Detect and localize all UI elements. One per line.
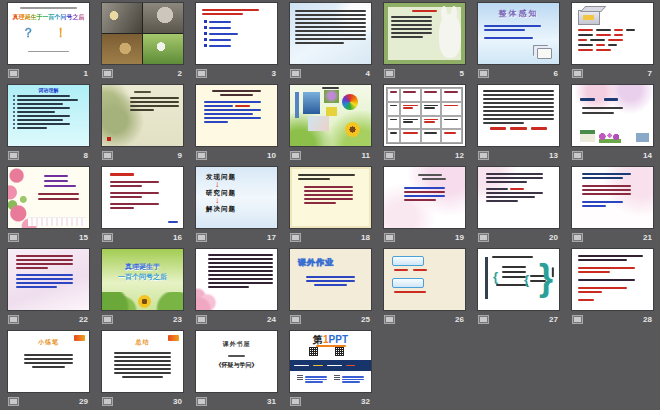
slide-thumbnail-30[interactable]: 总结 <box>102 331 183 392</box>
word-box-icon <box>578 10 600 25</box>
slide-thumbnail-32[interactable]: 第1PPT <box>290 331 371 392</box>
slide-thumbnail-31[interactable]: 课外书屋 《怀疑与学问》 <box>196 331 277 392</box>
slide-thumbnail-23[interactable]: 真理诞生于 一百个问号之后 <box>102 249 183 310</box>
transition-icon[interactable] <box>8 233 19 242</box>
slide-thumbnail-20[interactable] <box>478 167 559 228</box>
slide-thumbnail-17[interactable]: 发现问题 ↓ 研究问题 ↓ 解决问题 <box>196 167 277 228</box>
text-line <box>578 267 635 269</box>
slide-thumbnail-14[interactable] <box>572 85 653 146</box>
transition-icon[interactable] <box>478 315 489 324</box>
decor-shape <box>204 38 277 41</box>
slide-footer: 9 <box>102 146 183 163</box>
text-line <box>304 198 353 200</box>
transition-icon[interactable] <box>102 151 113 160</box>
transition-icon[interactable] <box>290 151 301 160</box>
text-line <box>590 39 605 41</box>
slide-number: 13 <box>549 151 558 161</box>
decor-shape <box>13 119 89 121</box>
slide-thumbnail-3[interactable] <box>196 3 277 64</box>
slide-thumbnail-6[interactable]: 整体感知 <box>478 3 559 64</box>
transition-icon[interactable] <box>102 69 113 78</box>
slide-thumbnail-16[interactable] <box>102 167 183 228</box>
text-line <box>391 32 432 34</box>
transition-icon[interactable] <box>196 69 207 78</box>
transition-icon[interactable] <box>196 233 207 242</box>
transition-icon[interactable] <box>384 69 395 78</box>
text-line <box>483 118 554 120</box>
slide-thumbnail-10[interactable] <box>196 85 277 146</box>
slide-thumbnail-2[interactable] <box>102 3 183 64</box>
transition-icon[interactable] <box>196 315 207 324</box>
decor-shape <box>421 116 442 130</box>
slide-thumbnail-4[interactable] <box>290 3 371 64</box>
slide-title: 真理诞生于一百个问号之后 <box>8 13 89 22</box>
transition-icon[interactable] <box>572 233 583 242</box>
decor-shape <box>580 98 653 101</box>
slide-thumbnail-29[interactable]: 小练笔 <box>8 331 89 392</box>
transition-icon[interactable] <box>478 151 489 160</box>
slide-thumbnail-25[interactable]: 课外作业 <box>290 249 371 310</box>
transition-icon[interactable] <box>384 233 395 242</box>
slide-thumbnail-18[interactable] <box>290 167 371 228</box>
slide-thumbnail-24[interactable] <box>196 249 277 310</box>
transition-icon[interactable] <box>572 151 583 160</box>
text-line <box>403 121 413 123</box>
transition-icon[interactable] <box>290 397 301 406</box>
transition-icon[interactable] <box>8 151 19 160</box>
text-line <box>314 284 346 286</box>
slide-thumbnail-22[interactable] <box>8 249 89 310</box>
transition-icon[interactable] <box>572 315 583 324</box>
transition-icon[interactable] <box>384 151 395 160</box>
text-line <box>403 105 418 107</box>
slide-thumbnail-21[interactable] <box>572 167 653 228</box>
transition-icon[interactable] <box>8 315 19 324</box>
transition-icon[interactable] <box>478 69 489 78</box>
text-line <box>130 109 154 111</box>
transition-icon[interactable] <box>196 151 207 160</box>
transition-icon[interactable] <box>8 69 19 78</box>
text-line <box>16 259 73 261</box>
slide-thumbnail-27[interactable]: { { } <box>478 249 559 310</box>
slide-thumbnail-8[interactable]: 词语理解 <box>8 85 89 146</box>
slide-number: 14 <box>643 151 652 161</box>
slide-thumbnail-28[interactable] <box>572 249 653 310</box>
slide-thumbnail-12[interactable] <box>384 85 465 146</box>
transition-icon[interactable] <box>290 69 301 78</box>
slide-footer: 2 <box>102 64 183 81</box>
slide-thumbnail-7[interactable] <box>572 3 653 64</box>
text-line <box>578 49 593 51</box>
decor-shape <box>578 29 653 31</box>
transition-icon[interactable] <box>102 397 113 406</box>
slide-thumbnail-15[interactable] <box>8 167 89 228</box>
decor-shape <box>204 26 207 29</box>
transition-icon[interactable] <box>102 315 113 324</box>
transition-icon[interactable] <box>8 397 19 406</box>
slide-thumbnail-11[interactable] <box>290 85 371 146</box>
transition-icon[interactable] <box>290 233 301 242</box>
text-line <box>28 51 69 53</box>
slide-thumbnail-1[interactable]: 真理诞生于一百个问号之后 ？ ！ <box>8 3 89 64</box>
text-line <box>413 269 427 271</box>
transition-icon[interactable] <box>290 315 301 324</box>
slide-thumbnail-13[interactable] <box>478 85 559 146</box>
transition-icon[interactable] <box>102 233 113 242</box>
decor-shape <box>204 32 207 35</box>
text-line <box>32 366 64 368</box>
transition-icon[interactable] <box>478 233 489 242</box>
text-line <box>502 266 526 268</box>
text-line <box>486 181 527 183</box>
slide-thumbnail-19[interactable] <box>384 167 465 228</box>
text-line <box>16 286 57 288</box>
transition-icon[interactable] <box>196 397 207 406</box>
text-line <box>208 274 273 276</box>
transition-icon[interactable] <box>384 315 395 324</box>
slide-thumbnail-26[interactable] <box>384 249 465 310</box>
slide-footer: 15 <box>8 228 89 245</box>
text-line <box>204 121 228 123</box>
transition-icon[interactable] <box>572 69 583 78</box>
slide-number: 11 <box>362 151 370 161</box>
slide-thumbnail-9[interactable] <box>102 85 183 146</box>
text-line <box>114 360 171 362</box>
slide-thumbnail-5[interactable] <box>384 3 465 64</box>
text-line <box>114 356 171 358</box>
